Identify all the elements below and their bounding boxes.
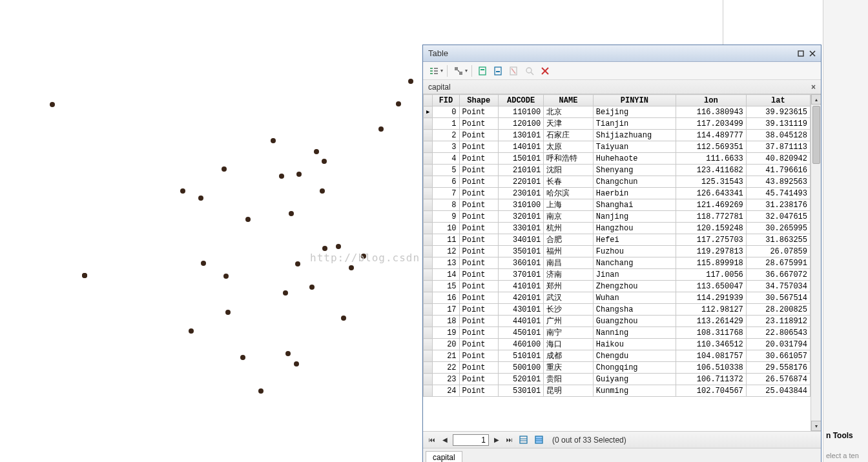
map-point[interactable] bbox=[296, 172, 302, 177]
delete-selection-icon[interactable] bbox=[538, 64, 552, 78]
table-row[interactable]: 9Point320101南京Nanjing118.77278132.047615 bbox=[424, 211, 811, 223]
zoom-selection-icon[interactable] bbox=[522, 64, 537, 78]
close-layer-button[interactable]: × bbox=[811, 83, 816, 92]
map-point[interactable] bbox=[240, 355, 245, 360]
table-row[interactable]: 10Point330101杭州Hangzhou120.15924830.2659… bbox=[424, 223, 811, 234]
map-point[interactable] bbox=[341, 316, 346, 321]
record-navigator: ⏮ ◀ ▶ ⏭ (0 out of 33 Selected) bbox=[423, 431, 821, 448]
table-layer-header: capital × bbox=[423, 80, 821, 94]
map-point[interactable] bbox=[245, 217, 251, 222]
map-point[interactable] bbox=[271, 138, 276, 143]
map-point[interactable] bbox=[198, 196, 203, 201]
map-point[interactable] bbox=[285, 351, 291, 356]
map-point[interactable] bbox=[314, 149, 319, 154]
table-row[interactable]: 21Point510101成都Chengdu104.08175730.66105… bbox=[424, 350, 811, 362]
vertical-scrollbar[interactable]: ▴ ▾ bbox=[811, 94, 821, 431]
show-selected-records-icon[interactable] bbox=[533, 434, 546, 446]
map-point[interactable] bbox=[225, 310, 231, 315]
map-point[interactable] bbox=[258, 388, 264, 394]
table-row[interactable]: 2Point130101石家庄Shijiazhuang114.48977738.… bbox=[424, 130, 811, 141]
map-point[interactable] bbox=[283, 290, 288, 296]
table-row[interactable]: 15Point410101郑州Zhengzhou113.65004734.757… bbox=[424, 281, 811, 292]
table-tabbar: capital bbox=[423, 448, 821, 462]
svg-rect-9 bbox=[455, 67, 458, 70]
table-row[interactable]: 5Point210101沈阳Shenyang123.41168241.79661… bbox=[424, 165, 811, 176]
table-row[interactable]: 11Point340101合肥Hefei117.27570331.863255 bbox=[424, 234, 811, 246]
dropdown-arrow-icon[interactable]: ▾ bbox=[440, 68, 443, 74]
map-point[interactable] bbox=[396, 101, 401, 106]
map-point[interactable] bbox=[336, 244, 341, 249]
svg-rect-5 bbox=[430, 73, 433, 74]
table-row[interactable]: 17Point430101长沙Changsha112.9812728.20082… bbox=[424, 304, 811, 316]
map-point[interactable] bbox=[349, 265, 354, 270]
show-all-records-icon[interactable] bbox=[517, 434, 530, 446]
svg-rect-15 bbox=[496, 71, 500, 72]
maximize-button[interactable] bbox=[795, 48, 807, 59]
svg-rect-22 bbox=[520, 436, 527, 443]
svg-rect-8 bbox=[434, 73, 438, 74]
map-point[interactable] bbox=[180, 188, 185, 194]
map-point[interactable] bbox=[222, 166, 227, 172]
svg-rect-4 bbox=[430, 70, 433, 72]
tools-panel-title: n Tools bbox=[826, 431, 853, 440]
map-point[interactable] bbox=[378, 126, 384, 132]
select-by-attributes-icon[interactable] bbox=[476, 64, 490, 78]
attribute-grid[interactable]: FIDShapeADCODENAMEPINYINlonlat ▶0Point11… bbox=[423, 94, 811, 431]
map-point[interactable] bbox=[223, 274, 229, 279]
map-point[interactable] bbox=[361, 254, 366, 259]
scroll-down-icon[interactable]: ▾ bbox=[811, 421, 821, 431]
map-point[interactable] bbox=[320, 188, 325, 194]
next-record-button[interactable]: ▶ bbox=[491, 435, 502, 445]
first-record-button[interactable]: ⏮ bbox=[427, 435, 437, 445]
table-row[interactable]: 20Point460100海口Haikou110.34651220.031794 bbox=[424, 339, 811, 350]
prev-record-button[interactable]: ◀ bbox=[440, 435, 450, 445]
record-number-input[interactable] bbox=[453, 434, 489, 446]
map-point[interactable] bbox=[82, 273, 87, 278]
map-point[interactable] bbox=[295, 261, 300, 266]
related-tables-icon[interactable] bbox=[451, 64, 466, 78]
map-point[interactable] bbox=[189, 328, 194, 334]
table-titlebar[interactable]: Table bbox=[423, 45, 821, 62]
svg-rect-12 bbox=[479, 67, 486, 75]
svg-rect-0 bbox=[798, 51, 803, 56]
table-options-icon[interactable] bbox=[427, 64, 441, 78]
map-point[interactable] bbox=[322, 159, 327, 164]
svg-rect-13 bbox=[480, 69, 484, 70]
svg-rect-7 bbox=[434, 70, 438, 72]
table-row[interactable]: 23Point520101贵阳Guiyang106.71137226.57687… bbox=[424, 374, 811, 385]
svg-line-11 bbox=[458, 70, 459, 72]
table-row[interactable]: 22Point500100重庆Chongqing106.51033829.558… bbox=[424, 362, 811, 374]
map-point[interactable] bbox=[201, 261, 206, 266]
map-point[interactable] bbox=[408, 79, 413, 84]
table-row[interactable]: 16Point420101武汉Wuhan114.29193930.567514 bbox=[424, 292, 811, 304]
table-row[interactable]: 7Point230101哈尔滨Haerbin126.64334145.74149… bbox=[424, 188, 811, 199]
table-row[interactable]: 12Point350101福州Fuzhou119.29781326.07859 bbox=[424, 246, 811, 257]
table-row[interactable]: 4Point150101呼和浩特Huhehaote111.663340.8209… bbox=[424, 153, 811, 165]
map-point[interactable] bbox=[50, 102, 55, 107]
table-row[interactable]: ▶0Point110100北京Beijing116.38094339.92361… bbox=[424, 106, 811, 118]
table-tab-capital[interactable]: capital bbox=[426, 451, 462, 462]
table-row[interactable]: 8Point310100上海Shanghai121.46926931.23817… bbox=[424, 199, 811, 211]
table-row[interactable]: 3Point140101太原Taiyuan112.56935137.871113 bbox=[424, 141, 811, 153]
clear-selection-icon[interactable] bbox=[507, 64, 521, 78]
svg-rect-10 bbox=[459, 72, 462, 75]
table-row[interactable]: 18Point440101广州Guangzhou113.26142923.118… bbox=[424, 316, 811, 327]
table-row[interactable]: 19Point450101南宁Nanning108.31176822.80654… bbox=[424, 327, 811, 339]
dropdown-arrow-icon[interactable]: ▾ bbox=[465, 68, 468, 74]
table-row[interactable]: 6Point220101长春Changchun125.3154343.89256… bbox=[424, 176, 811, 188]
scroll-thumb[interactable] bbox=[812, 106, 820, 164]
table-row[interactable]: 14Point370101济南Jinan117.005636.667072 bbox=[424, 269, 811, 281]
map-point[interactable] bbox=[309, 285, 315, 290]
table-row[interactable]: 13Point360101南昌Nanchang115.89991828.6759… bbox=[424, 257, 811, 269]
map-point[interactable] bbox=[279, 174, 284, 179]
map-point[interactable] bbox=[289, 211, 294, 216]
svg-rect-3 bbox=[430, 68, 433, 69]
map-point[interactable] bbox=[322, 246, 327, 251]
table-row[interactable]: 1Point120100天津Tianjin117.20349939.131119 bbox=[424, 118, 811, 130]
last-record-button[interactable]: ⏭ bbox=[504, 435, 515, 445]
close-button[interactable] bbox=[807, 48, 818, 59]
switch-selection-icon[interactable] bbox=[491, 64, 506, 78]
table-row[interactable]: 24Point530101昆明Kunming102.70456725.04384… bbox=[424, 385, 811, 397]
map-point[interactable] bbox=[294, 361, 299, 367]
scroll-up-icon[interactable]: ▴ bbox=[811, 94, 821, 105]
